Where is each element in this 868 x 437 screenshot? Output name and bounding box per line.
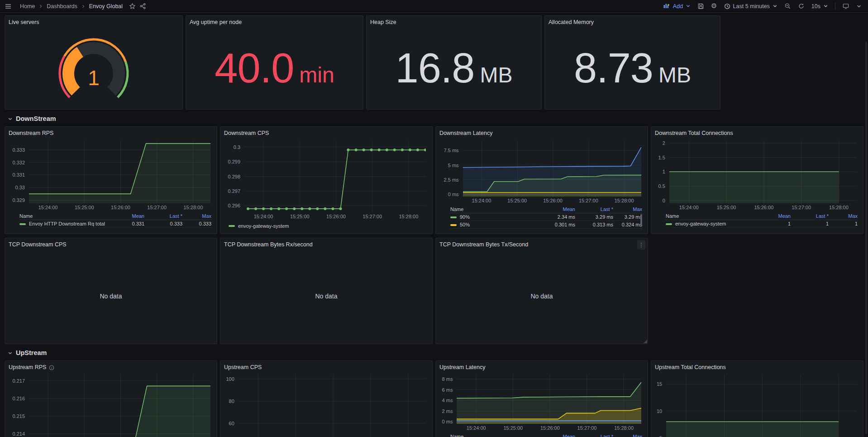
plot-area[interactable]: 51015 [666, 375, 857, 437]
panel-title: Live servers [9, 18, 39, 27]
plot-area[interactable]: 406080100 [238, 375, 426, 437]
legend-column-header[interactable]: Mean [753, 212, 791, 220]
legend-column-header-name[interactable]: Name [666, 212, 753, 220]
stat-unit: min [299, 64, 334, 86]
legend-column-header[interactable]: Max [613, 206, 642, 213]
panel-upstream-cps: Upstream CPS 406080100 [220, 360, 433, 437]
legend-value: 0.331 [106, 220, 144, 228]
dashboard-settings-gear-icon[interactable]: ⚙ [711, 3, 717, 10]
legend-column-header[interactable]: Max [182, 212, 211, 220]
legend-column-header[interactable]: Mean [537, 206, 575, 213]
panel-menu-icon[interactable]: ⋮ [637, 240, 645, 250]
panel-title: Heap Size [370, 18, 396, 27]
legend-header-row: NameMeanLast *Max [666, 212, 858, 220]
panel-tcp-downstream-bytes-tx: TCP Downstream Bytes Tx/Second ⋮ No data [435, 238, 648, 344]
x-tick-label: 15:25:00 [284, 214, 315, 219]
share-icon[interactable] [139, 3, 146, 10]
y-tick-label: 0.297 [224, 188, 240, 194]
section-title-downstream: DownStream [16, 115, 56, 122]
legend-column-header[interactable]: Last * [575, 433, 613, 437]
timeseries-svg [669, 140, 857, 203]
breadcrumb-home[interactable]: Home [20, 3, 35, 10]
chart-upstream-rps: 0.2130.2140.2150.2160.217 [9, 372, 213, 437]
legend-scrollbar-thumb[interactable] [640, 214, 642, 226]
legend-row[interactable]: envoy-gateway-system111 [666, 220, 858, 228]
add-button[interactable]: Add [663, 3, 691, 10]
legend-swatch [229, 225, 235, 227]
plot-area[interactable]: 0.3290.330.3310.3320.333 [29, 140, 210, 203]
legend-row[interactable]: 50%0.301 ms0.313 ms0.324 ms [450, 221, 642, 229]
page-scrollbar[interactable] [865, 42, 867, 434]
legend-column-header[interactable]: Max [829, 212, 858, 220]
y-tick-label: 2.5 ms [439, 177, 459, 183]
breadcrumb-dashboards[interactable]: Dashboards [47, 3, 77, 10]
legend-series-name: 99% [450, 229, 537, 231]
breadcrumb-dashboard-title[interactable]: Envoy Global [89, 3, 123, 10]
chevron-down-icon [823, 4, 828, 9]
x-tick-label: 15:28:00 [608, 425, 640, 431]
panel-resize-handle[interactable] [644, 340, 647, 343]
y-tick-label: 5 [655, 435, 662, 437]
legend-column-header[interactable]: Last * [575, 206, 613, 213]
zoom-out-icon[interactable] [784, 3, 791, 10]
y-tick-label: 0.33 [9, 184, 25, 191]
no-data-text: No data [100, 293, 122, 300]
panel-tcp-downstream-bytes-rx: TCP Downstream Bytes Rx/second No data [220, 238, 433, 344]
legend-column-header-name[interactable]: Name [450, 206, 537, 213]
timeseries-svg [463, 140, 641, 197]
y-tick-label: 0.296 [224, 202, 240, 209]
plot-area[interactable]: 0.2960.2970.2980.2990.3 [244, 140, 426, 212]
x-tick-label: 15:28:00 [823, 205, 854, 210]
legend-column-header[interactable]: Last * [144, 212, 182, 220]
panel-title: Downstream RPS [9, 129, 53, 138]
y-tick-label: 2 ms [439, 408, 453, 414]
x-tick-label: 15:25:00 [497, 425, 529, 431]
legend-column-header[interactable]: Max [613, 433, 642, 437]
star-icon[interactable] [129, 3, 136, 10]
legend-row[interactable]: Envoy HTTP Downstream Rq total0.3310.333… [19, 220, 211, 228]
legend-row[interactable]: 99%4.89 ms8 ms8 ms [450, 229, 642, 231]
panel-live-servers: Live servers 1 [5, 15, 183, 110]
chart-tcp-downstream-bytes-tx: No data [439, 249, 644, 341]
timeseries-svg [29, 375, 210, 437]
row-header-downstream[interactable]: DownStream [8, 114, 863, 123]
plot-area[interactable]: 0 ms2.5 ms5 ms7.5 ms [463, 140, 641, 197]
panel-title: Downstream CPS [224, 129, 269, 138]
x-tick-label: 15:27:00 [572, 198, 604, 203]
x-axis: 15:24:0015:25:0015:26:0015:27:0015:28:00 [457, 424, 641, 432]
row-header-upstream[interactable]: UpStream [8, 348, 863, 357]
chart-downstream-cps: 0.2960.2970.2980.2990.315:24:0015:25:001… [224, 138, 429, 231]
menu-icon[interactable] [5, 3, 12, 10]
legend-row[interactable]: 90%2.34 ms3.29 ms3.29 ms [450, 213, 642, 221]
plot-area[interactable]: 0.2130.2140.2150.2160.217 [29, 375, 210, 437]
tv-mode-icon[interactable] [842, 3, 849, 10]
time-range-picker[interactable]: Last 5 minutes [724, 3, 777, 10]
info-icon[interactable] [49, 365, 54, 370]
y-tick-label: 8 ms [439, 376, 453, 382]
x-tick-label: 15:25:00 [501, 198, 533, 203]
legend-column-header[interactable]: Last * [791, 212, 829, 220]
plot-area[interactable]: 0 ms2 ms4 ms6 ms8 ms [457, 375, 641, 424]
legend-column-header-name[interactable]: Name [450, 433, 537, 437]
y-tick-label: 0.329 [9, 197, 25, 203]
panel-upstream-total-connections: Upstream Total Connections 51015 [651, 360, 863, 437]
legend-column-header[interactable]: Mean [537, 433, 575, 437]
refresh-interval-picker[interactable]: 10s [811, 3, 828, 10]
y-tick-label: 1.5 [655, 154, 665, 161]
legend-item[interactable]: envoy-gateway-system [229, 223, 289, 229]
stat-allocated-memory: 8.73MB [548, 27, 716, 106]
tcp-downstream-row: TCP Downstream CPS No data TCP Downstrea… [5, 238, 863, 344]
legend-header-row: NameMeanLast *Max [19, 212, 211, 220]
stat-value: 40.0 [215, 47, 294, 89]
refresh-icon[interactable] [798, 3, 805, 10]
y-tick-label: 0.215 [9, 413, 25, 419]
chevron-down-icon[interactable] [856, 4, 862, 9]
legend-column-header-name[interactable]: Name [19, 212, 106, 220]
x-tick-label: 15:27:00 [357, 214, 388, 219]
save-dashboard-icon[interactable] [697, 3, 704, 10]
legend-column-header[interactable]: Mean [106, 212, 144, 220]
gauge-live-servers: 1 [9, 27, 179, 106]
plot-area[interactable]: 00.511.52 [669, 140, 857, 203]
legend-label: envoy-gateway-system [238, 223, 289, 229]
y-tick-label: 15 [655, 381, 662, 387]
